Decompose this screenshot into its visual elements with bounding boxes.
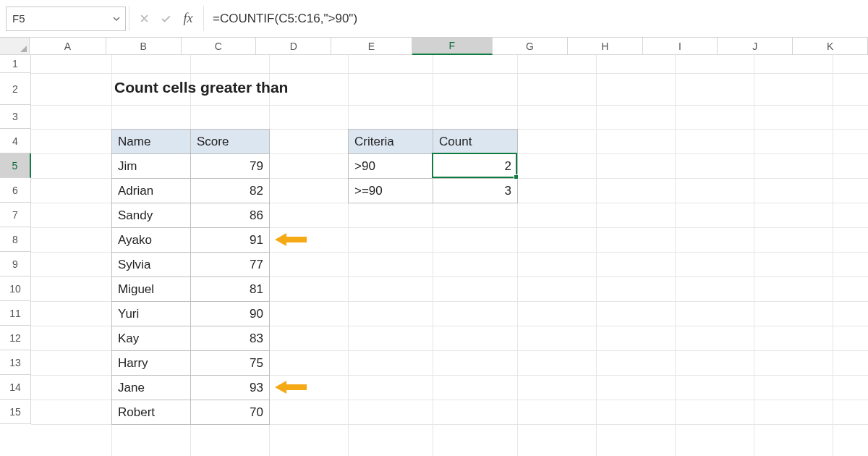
row-header-4[interactable]: 4 <box>0 129 31 153</box>
table-row[interactable]: Sylvia77 <box>112 253 270 277</box>
cell-score[interactable]: 77 <box>191 253 270 277</box>
cell-score[interactable]: 83 <box>191 326 270 351</box>
formula-text: =COUNTIF(C5:C16,">90") <box>213 12 357 26</box>
cell-score[interactable]: 86 <box>191 203 270 228</box>
row-header-13[interactable]: 13 <box>0 350 31 375</box>
name-score-table: Name Score Jim79Adrian82Sandy86Ayako91Sy… <box>111 129 270 425</box>
name-box-container: F5 <box>0 0 129 37</box>
excel-window: F5 fx =COUNTIF(C5:C16,">90") ABCDEFGHIJK <box>0 0 868 456</box>
row-header-11[interactable]: 11 <box>0 301 31 326</box>
enter-icon[interactable] <box>156 7 176 31</box>
column-header-D[interactable]: D <box>256 38 331 55</box>
page-title: Count cells greater than <box>114 79 288 96</box>
cancel-icon[interactable] <box>134 7 154 31</box>
column-headers: ABCDEFGHIJK <box>0 38 868 55</box>
cell-score[interactable]: 91 <box>191 228 270 253</box>
formula-bar-buttons: fx <box>129 0 203 37</box>
column-header-G[interactable]: G <box>493 38 568 55</box>
row-headers: 123456789101112131415 <box>0 55 31 424</box>
cell-name[interactable]: Harry <box>112 351 191 376</box>
column-header-B[interactable]: B <box>106 38 182 55</box>
table-row[interactable]: >902 <box>349 154 518 179</box>
cell-criteria[interactable]: >90 <box>349 154 433 179</box>
cell-score[interactable]: 82 <box>191 179 270 203</box>
cell-name[interactable]: Miguel <box>112 277 191 302</box>
column-header-F[interactable]: F <box>412 38 493 55</box>
chevron-down-icon[interactable] <box>112 14 121 23</box>
table-row[interactable]: >=903 <box>349 179 518 203</box>
row-header-10[interactable]: 10 <box>0 276 31 301</box>
table-header-name[interactable]: Name <box>112 130 191 154</box>
row-header-8[interactable]: 8 <box>0 227 31 252</box>
table-row[interactable]: Sandy86 <box>112 203 270 228</box>
column-header-K[interactable]: K <box>793 38 868 55</box>
formula-bar: F5 fx =COUNTIF(C5:C16,">90") <box>0 0 868 38</box>
cell-name[interactable]: Ayako <box>112 228 191 253</box>
cell-count[interactable]: 2 <box>433 154 518 179</box>
arrow-left-icon <box>275 379 308 395</box>
row-header-12[interactable]: 12 <box>0 326 31 350</box>
table-row[interactable]: Miguel81 <box>112 277 270 302</box>
column-header-H[interactable]: H <box>568 38 643 55</box>
table-row[interactable]: Jim79 <box>112 154 270 179</box>
column-header-C[interactable]: C <box>182 38 257 55</box>
svg-marker-0 <box>275 233 307 246</box>
cell-score[interactable]: 75 <box>191 351 270 376</box>
table-row[interactable]: Jane93 <box>112 376 270 400</box>
column-header-A[interactable]: A <box>30 38 106 55</box>
cell-score[interactable]: 90 <box>191 302 270 326</box>
cells-area[interactable]: Count cells greater than Name Score Jim7… <box>31 55 868 456</box>
cell-score[interactable]: 93 <box>191 376 270 400</box>
row-header-3[interactable]: 3 <box>0 105 31 129</box>
column-header-J[interactable]: J <box>718 38 793 55</box>
svg-marker-1 <box>275 381 307 394</box>
table-row[interactable]: Ayako91 <box>112 228 270 253</box>
cell-count[interactable]: 3 <box>433 179 518 203</box>
name-box[interactable]: F5 <box>6 7 126 31</box>
row-header-2[interactable]: 2 <box>0 73 31 105</box>
criteria-count-table: Criteria Count >902>=903 <box>348 129 518 203</box>
arrow-left-icon <box>275 232 308 248</box>
cell-name[interactable]: Kay <box>112 326 191 351</box>
row-header-5[interactable]: 5 <box>0 153 31 178</box>
table-row[interactable]: Robert70 <box>112 400 270 425</box>
name-box-value: F5 <box>12 12 25 25</box>
formula-input[interactable]: =COUNTIF(C5:C16,">90") <box>204 0 868 37</box>
cell-name[interactable]: Jane <box>112 376 191 400</box>
cell-score[interactable]: 79 <box>191 154 270 179</box>
table-row[interactable]: Adrian82 <box>112 179 270 203</box>
cell-name[interactable]: Adrian <box>112 179 191 203</box>
row-header-6[interactable]: 6 <box>0 178 31 203</box>
table-header-score[interactable]: Score <box>191 130 270 154</box>
row-header-7[interactable]: 7 <box>0 203 31 227</box>
cell-criteria[interactable]: >=90 <box>349 179 433 203</box>
cell-name[interactable]: Jim <box>112 154 191 179</box>
table-row[interactable]: Yuri90 <box>112 302 270 326</box>
select-all-corner[interactable] <box>0 38 30 55</box>
cell-name[interactable]: Yuri <box>112 302 191 326</box>
cell-name[interactable]: Sandy <box>112 203 191 228</box>
column-header-E[interactable]: E <box>331 38 412 55</box>
row-header-15[interactable]: 15 <box>0 400 31 424</box>
spreadsheet-grid[interactable]: ABCDEFGHIJK 123456789101112131415 Count … <box>0 38 868 456</box>
column-header-I[interactable]: I <box>643 38 718 55</box>
cell-name[interactable]: Sylvia <box>112 253 191 277</box>
fx-icon[interactable]: fx <box>177 11 199 26</box>
table-row[interactable]: Harry75 <box>112 351 270 376</box>
row-header-1[interactable]: 1 <box>0 55 31 73</box>
table-header-count[interactable]: Count <box>433 130 518 154</box>
row-header-9[interactable]: 9 <box>0 252 31 276</box>
table-row[interactable]: Kay83 <box>112 326 270 351</box>
cell-score[interactable]: 70 <box>191 400 270 425</box>
row-header-14[interactable]: 14 <box>0 375 31 400</box>
table-header-criteria[interactable]: Criteria <box>349 130 433 154</box>
cell-name[interactable]: Robert <box>112 400 191 425</box>
cell-score[interactable]: 81 <box>191 277 270 302</box>
